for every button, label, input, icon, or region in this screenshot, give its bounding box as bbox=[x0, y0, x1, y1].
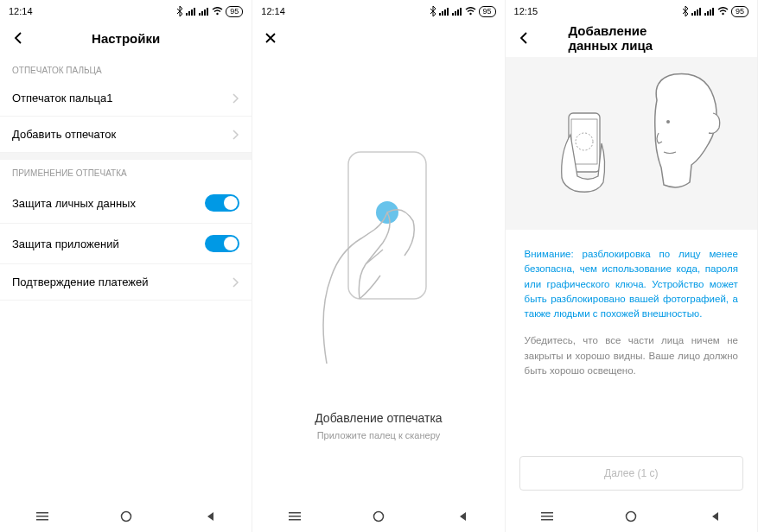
svg-point-12 bbox=[121, 512, 131, 522]
item-privacy[interactable]: Защита личных данных bbox=[0, 183, 252, 224]
item-add-fingerprint[interactable]: Добавить отпечаток bbox=[0, 117, 252, 153]
svg-rect-29 bbox=[694, 11, 696, 16]
face-instruction: Убедитесь, что все части лица ничем не з… bbox=[525, 333, 738, 378]
item-payments[interactable]: Подтверждение платежей bbox=[0, 264, 252, 301]
item-fingerprint-1[interactable]: Отпечаток пальца1 bbox=[0, 80, 252, 117]
svg-rect-43 bbox=[541, 519, 553, 521]
fingerprint-text: Добавление отпечатка Приложите палец к с… bbox=[252, 411, 504, 458]
item-label: Подтверждение платежей bbox=[12, 276, 149, 288]
signal-icon bbox=[691, 7, 702, 16]
svg-rect-4 bbox=[199, 13, 201, 16]
settings-content: ОТПЕЧАТОК ПАЛЬЦА Отпечаток пальца1 Добав… bbox=[0, 57, 252, 501]
signal-icon-2 bbox=[199, 7, 209, 16]
svg-rect-15 bbox=[444, 10, 446, 16]
svg-point-8 bbox=[217, 13, 219, 15]
nav-back-icon[interactable] bbox=[203, 510, 217, 523]
face-content: Внимание: разблокировка по лицу менее бе… bbox=[506, 57, 757, 501]
toggle-apps[interactable] bbox=[205, 235, 239, 252]
header bbox=[252, 19, 504, 57]
svg-rect-25 bbox=[289, 516, 301, 517]
back-icon[interactable] bbox=[516, 30, 532, 46]
svg-point-44 bbox=[627, 512, 636, 522]
svg-rect-18 bbox=[455, 11, 456, 16]
nav-back-icon[interactable] bbox=[455, 510, 469, 523]
signal-icon-2 bbox=[452, 7, 462, 16]
svg-rect-14 bbox=[442, 11, 443, 16]
svg-rect-32 bbox=[704, 13, 706, 16]
fingerprint-illustration bbox=[252, 57, 504, 411]
fingerprint-content: Добавление отпечатка Приложите палец к с… bbox=[252, 57, 504, 501]
time: 12:14 bbox=[261, 6, 285, 16]
svg-rect-13 bbox=[439, 13, 441, 16]
wifi-icon bbox=[212, 7, 223, 16]
svg-rect-0 bbox=[186, 13, 188, 16]
page-title: Добавление данных лица bbox=[568, 23, 694, 53]
phone-settings: 12:14 95 Настройки ОТПЕЧАТОК ПАЛЬЦА Отпе… bbox=[0, 0, 252, 532]
bluetooth-icon bbox=[682, 6, 689, 16]
nav-menu-icon[interactable] bbox=[540, 510, 554, 523]
nav-home-icon[interactable] bbox=[119, 510, 133, 523]
bluetooth-icon bbox=[430, 6, 436, 16]
status-bar: 12:15 95 bbox=[506, 0, 757, 19]
signal-icon bbox=[439, 7, 449, 16]
toggle-privacy[interactable] bbox=[205, 194, 239, 212]
next-button[interactable]: Далее (1 с) bbox=[519, 456, 743, 491]
face-illustration bbox=[506, 57, 757, 230]
bluetooth-icon bbox=[176, 6, 183, 16]
svg-point-37 bbox=[666, 120, 670, 124]
svg-rect-33 bbox=[707, 11, 709, 16]
svg-rect-10 bbox=[36, 516, 48, 517]
face-text: Внимание: разблокировка по лицу менее бе… bbox=[506, 247, 757, 378]
wifi-icon bbox=[465, 7, 476, 16]
svg-rect-35 bbox=[712, 8, 714, 16]
signal-icon-2 bbox=[704, 7, 715, 16]
wifi-icon bbox=[717, 7, 729, 16]
chevron-right-icon bbox=[231, 129, 239, 141]
svg-point-27 bbox=[373, 512, 383, 522]
page-title: Настройки bbox=[92, 31, 160, 46]
nav-back-icon[interactable] bbox=[708, 510, 722, 523]
signal-icon bbox=[186, 7, 196, 16]
phone-face-data: 12:15 95 Добавление данных лица bbox=[506, 0, 758, 532]
nav-bar bbox=[506, 501, 757, 532]
svg-rect-7 bbox=[207, 8, 208, 16]
svg-point-36 bbox=[722, 13, 723, 15]
section-fingerprint: ОТПЕЧАТОК ПАЛЬЦА bbox=[0, 57, 252, 80]
svg-rect-19 bbox=[457, 10, 459, 16]
svg-rect-2 bbox=[191, 10, 193, 16]
svg-rect-34 bbox=[710, 10, 711, 16]
svg-rect-6 bbox=[204, 10, 206, 16]
header: Добавление данных лица bbox=[506, 19, 757, 57]
nav-home-icon[interactable] bbox=[624, 510, 638, 523]
back-icon[interactable] bbox=[10, 30, 26, 46]
item-label: Отпечаток пальца1 bbox=[12, 92, 113, 104]
time: 12:15 bbox=[514, 6, 538, 16]
status-bar: 12:14 95 bbox=[252, 0, 504, 19]
item-apps[interactable]: Защита приложений bbox=[0, 224, 252, 264]
nav-bar bbox=[252, 501, 504, 532]
svg-rect-26 bbox=[289, 519, 301, 521]
battery-icon: 95 bbox=[226, 6, 243, 17]
svg-rect-41 bbox=[541, 512, 553, 514]
status-bar: 12:14 95 bbox=[0, 0, 252, 19]
battery-icon: 95 bbox=[479, 6, 496, 17]
item-label: Добавить отпечаток bbox=[12, 128, 116, 141]
svg-rect-30 bbox=[697, 10, 698, 16]
header: Настройки bbox=[0, 19, 252, 57]
chevron-right-icon bbox=[231, 92, 239, 104]
time: 12:14 bbox=[9, 6, 33, 16]
close-icon[interactable] bbox=[263, 30, 278, 46]
svg-rect-20 bbox=[460, 8, 462, 16]
svg-rect-31 bbox=[699, 8, 701, 16]
svg-rect-11 bbox=[36, 519, 48, 521]
item-label: Защита личных данных bbox=[12, 197, 136, 210]
nav-home-icon[interactable] bbox=[372, 510, 385, 523]
nav-menu-icon[interactable] bbox=[35, 510, 49, 523]
status-icons: 95 bbox=[176, 6, 243, 17]
phone-add-fingerprint: 12:14 95 Добавление отпечатка Приложите … bbox=[252, 0, 505, 532]
status-icons: 95 bbox=[430, 6, 496, 17]
nav-menu-icon[interactable] bbox=[288, 510, 302, 523]
fp-title: Добавление отпечатка bbox=[270, 411, 487, 425]
svg-rect-28 bbox=[691, 13, 693, 16]
svg-rect-42 bbox=[541, 516, 553, 517]
